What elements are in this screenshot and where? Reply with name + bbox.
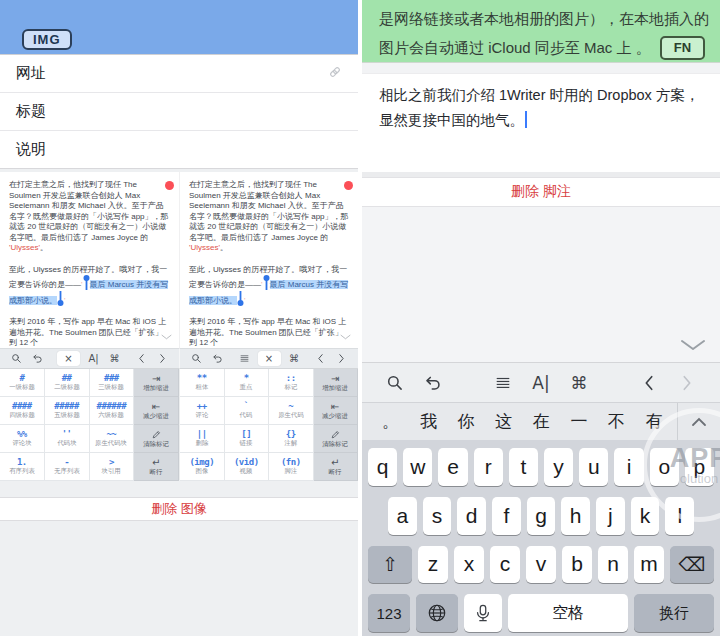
- markup-shortcut-cell[interactable]: ::标记: [269, 369, 314, 397]
- markup-shortcut-cell[interactable]: ||删除: [180, 425, 225, 453]
- close-button[interactable]: ×: [57, 351, 80, 366]
- cmd-button[interactable]: ⌘: [565, 369, 593, 397]
- return-key[interactable]: 换行: [634, 594, 714, 632]
- markup-shortcut-cell[interactable]: (img)图像: [180, 453, 225, 481]
- markup-shortcut-cell[interactable]: ''代码块: [45, 425, 90, 453]
- key-t[interactable]: t: [509, 448, 538, 486]
- selection-handle-start[interactable]: [263, 275, 270, 290]
- markup-shortcut-cell[interactable]: 清除标记: [314, 425, 359, 453]
- key-h[interactable]: h: [561, 497, 590, 535]
- key-g[interactable]: g: [527, 497, 556, 535]
- key-x[interactable]: x: [454, 546, 484, 584]
- editor-text-area[interactable]: 相比之前我们介绍 1Writer 时用的 Dropbox 方案，显然更接中国的地…: [362, 74, 720, 172]
- markup-shortcut-cell[interactable]: ↵断行: [314, 453, 359, 481]
- markup-shortcut-cell[interactable]: ⇥增加缩进: [134, 369, 179, 397]
- markup-shortcut-cell[interactable]: (vid)视频: [225, 453, 270, 481]
- cmd-button[interactable]: ⌘: [287, 351, 302, 366]
- markup-shortcut-cell[interactable]: {}注解: [269, 425, 314, 453]
- chevron-left-button[interactable]: [313, 351, 328, 366]
- key-m[interactable]: m: [634, 546, 664, 584]
- search-button[interactable]: [9, 351, 24, 366]
- markup-shortcut-cell[interactable]: ++评论: [180, 397, 225, 425]
- search-button[interactable]: [189, 351, 204, 366]
- selection-handle-end[interactable]: [237, 291, 244, 306]
- key-w[interactable]: w: [403, 448, 432, 486]
- title-field[interactable]: 标题: [0, 93, 358, 131]
- markup-shortcut-cell[interactable]: **粗体: [180, 369, 225, 397]
- candidate-item[interactable]: 在: [523, 410, 561, 433]
- key-f[interactable]: f: [492, 497, 521, 535]
- shift-key[interactable]: ⇧: [368, 546, 412, 584]
- img-token-chip[interactable]: IMG: [22, 29, 72, 50]
- markup-shortcut-cell[interactable]: ####四级标题: [0, 397, 45, 425]
- lines-button[interactable]: [237, 351, 252, 366]
- key-e[interactable]: e: [438, 448, 467, 486]
- key-r[interactable]: r: [474, 448, 503, 486]
- dismiss-chevron-button[interactable]: [680, 338, 706, 356]
- footnote-dot[interactable]: [344, 181, 353, 190]
- key-a[interactable]: a: [388, 497, 417, 535]
- key-u[interactable]: u: [579, 448, 608, 486]
- footnote-dot[interactable]: [165, 181, 174, 190]
- key-n[interactable]: n: [598, 546, 628, 584]
- delete-footnote-button[interactable]: 删除 脚注: [362, 177, 720, 207]
- markup-shortcut-cell[interactable]: `代码: [225, 397, 270, 425]
- markup-shortcut-cell[interactable]: ~~原生代码块: [90, 425, 135, 453]
- markup-shortcut-cell[interactable]: (fn)脚注: [269, 453, 314, 481]
- markup-shortcut-cell[interactable]: ⇥增加缩进: [314, 369, 359, 397]
- markup-shortcut-cell[interactable]: -无序列表: [45, 453, 90, 481]
- candidate-item[interactable]: 这: [485, 410, 523, 433]
- markup-shortcut-cell[interactable]: ##二级标题: [45, 369, 90, 397]
- delete-image-button[interactable]: 删除 图像: [0, 497, 358, 521]
- markup-shortcut-cell[interactable]: *重点: [225, 369, 270, 397]
- document-preview[interactable]: 在打定主意之后，他找到了现任 The Soulmen 开发总监兼联合创始人 Ma…: [0, 172, 179, 348]
- candidate-item[interactable]: 一: [560, 410, 598, 433]
- markup-shortcut-cell[interactable]: ↵断行: [134, 453, 179, 481]
- key-y[interactable]: y: [544, 448, 573, 486]
- key-d[interactable]: d: [457, 497, 486, 535]
- close-button[interactable]: ×: [258, 351, 281, 366]
- markup-shortcut-cell[interactable]: ######六级标题: [90, 397, 135, 425]
- search-button[interactable]: [381, 369, 409, 397]
- markup-shortcut-cell[interactable]: 1.有序列表: [0, 453, 45, 481]
- key-v[interactable]: v: [526, 546, 556, 584]
- key-c[interactable]: c: [490, 546, 520, 584]
- numbers-key[interactable]: 123: [368, 594, 410, 632]
- space-key[interactable]: 空格: [508, 594, 628, 632]
- link-text[interactable]: 'Ulysses': [9, 243, 40, 252]
- key-q[interactable]: q: [368, 448, 397, 486]
- chevron-left-button[interactable]: [635, 369, 663, 397]
- chevron-left-button[interactable]: [134, 351, 149, 366]
- link-text[interactable]: 'Ulysses': [189, 243, 220, 252]
- markup-shortcut-cell[interactable]: ~原生代码: [269, 397, 314, 425]
- backspace-key[interactable]: ⌫: [670, 546, 714, 584]
- selection-handle-start[interactable]: [83, 275, 90, 290]
- undo-button[interactable]: [30, 351, 45, 366]
- markup-shortcut-cell[interactable]: >块引用: [90, 453, 135, 481]
- collapse-preview-button[interactable]: [161, 333, 172, 344]
- key-s[interactable]: s: [423, 497, 452, 535]
- markup-shortcut-cell[interactable]: ###三级标题: [90, 369, 135, 397]
- markup-shortcut-cell[interactable]: []链接: [225, 425, 270, 453]
- candidate-item[interactable]: 你: [447, 410, 485, 433]
- markup-shortcut-cell[interactable]: %%评论块: [0, 425, 45, 453]
- globe-key[interactable]: [416, 594, 458, 632]
- key-j[interactable]: j: [596, 497, 625, 535]
- key-l[interactable]: l: [665, 497, 694, 535]
- key-p[interactable]: p: [685, 448, 714, 486]
- undo-button[interactable]: [419, 369, 447, 397]
- format-button[interactable]: A|: [527, 369, 555, 397]
- key-i[interactable]: i: [614, 448, 643, 486]
- key-k[interactable]: k: [631, 497, 660, 535]
- cmd-button[interactable]: ⌘: [107, 351, 122, 366]
- document-preview[interactable]: 在打定主意之后，他找到了现任 The Soulmen 开发总监兼联合创始人 Ma…: [179, 172, 358, 348]
- chevron-right-button[interactable]: [334, 351, 349, 366]
- candidate-item[interactable]: 我: [410, 410, 448, 433]
- candidate-item[interactable]: 不: [598, 410, 636, 433]
- undo-button[interactable]: [210, 351, 225, 366]
- mic-key[interactable]: [464, 594, 502, 632]
- markup-shortcut-cell[interactable]: ⇤减少缩进: [134, 397, 179, 425]
- markup-shortcut-cell[interactable]: ⇤减少缩进: [314, 397, 359, 425]
- candidate-item[interactable]: 。: [372, 410, 410, 433]
- markup-shortcut-cell[interactable]: #####五级标题: [45, 397, 90, 425]
